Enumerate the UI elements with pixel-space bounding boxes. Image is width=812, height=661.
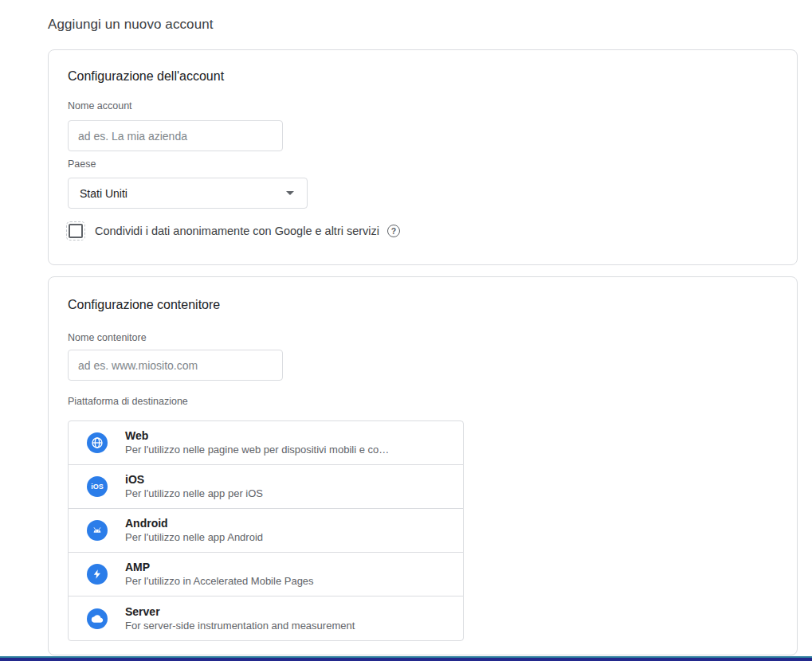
target-platform-list: Web Per l'utilizzo nelle pagine web per …: [68, 420, 464, 641]
container-configuration-card: Configurazione contenitore Nome contenit…: [48, 276, 798, 655]
platform-name: Web: [125, 429, 389, 443]
account-configuration-card: Configurazione dell'account Nome account…: [48, 49, 798, 265]
ios-icon: iOS: [87, 476, 108, 497]
page-title: Aggiungi un nuovo account: [48, 17, 214, 33]
container-name-label: Nome contenitore: [68, 332, 147, 343]
platform-name: AMP: [125, 561, 314, 574]
country-select-value: Stati Uniti: [80, 187, 286, 200]
platform-description: Per l'utilizzo in Accelerated Mobile Pag…: [125, 574, 314, 588]
account-name-input[interactable]: [68, 120, 283, 151]
bottom-accent-bar: [0, 656, 812, 661]
globe-icon: [87, 432, 108, 453]
country-label: Paese: [68, 158, 96, 170]
cloud-icon: [87, 608, 108, 629]
platform-name: Server: [125, 605, 355, 619]
platform-option-android[interactable]: Android Per l'utilizzo nelle app Android: [69, 509, 463, 553]
android-icon: [87, 520, 108, 541]
platform-option-amp[interactable]: AMP Per l'utilizzo in Accelerated Mobile…: [69, 553, 463, 596]
bolt-icon: [87, 564, 108, 585]
platform-description: Per l'utilizzo nelle pagine web per disp…: [125, 443, 389, 456]
account-name-label: Nome account: [68, 100, 132, 111]
share-data-checkbox[interactable]: [69, 224, 83, 238]
platform-option-ios[interactable]: iOS iOS Per l'utilizzo nelle app per iOS: [69, 465, 463, 509]
account-configuration-heading: Configurazione dell'account: [68, 69, 224, 84]
chevron-down-icon: [286, 191, 294, 195]
platform-description: Per l'utilizzo nelle app per iOS: [125, 487, 263, 500]
platform-option-server[interactable]: Server For server-side instrumentation a…: [69, 596, 463, 640]
country-select[interactable]: Stati Uniti: [68, 178, 308, 209]
target-platform-label: Piattaforma di destinazione: [68, 396, 188, 407]
platform-option-web[interactable]: Web Per l'utilizzo nelle pagine web per …: [69, 421, 463, 465]
platform-description: Per l'utilizzo nelle app Android: [125, 530, 263, 544]
share-data-label: Condividi i dati anonimamente con Google…: [95, 225, 379, 237]
container-name-input[interactable]: [68, 350, 283, 381]
platform-description: For server-side instrumentation and meas…: [125, 619, 355, 632]
help-icon[interactable]: ?: [387, 225, 400, 237]
platform-name: iOS: [125, 473, 263, 487]
share-data-row: Condividi i dati anonimamente con Google…: [69, 224, 400, 238]
platform-name: Android: [125, 517, 263, 530]
container-configuration-heading: Configurazione contenitore: [68, 298, 220, 312]
